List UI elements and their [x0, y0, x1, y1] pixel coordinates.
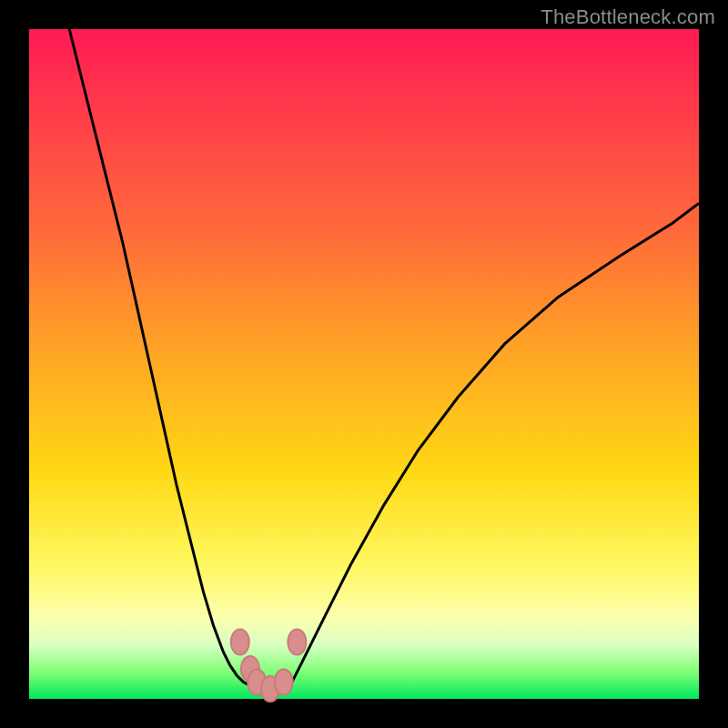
bottleneck-curve — [29, 29, 699, 699]
watermark-text: TheBottleneck.com — [541, 5, 715, 29]
valley-marker — [275, 670, 293, 695]
chart-frame: TheBottleneck.com — [0, 0, 728, 728]
valley-marker — [231, 629, 249, 654]
valley-marker — [288, 629, 306, 654]
plot-area — [29, 29, 699, 699]
curve-path — [69, 29, 699, 695]
valley-markers — [231, 629, 307, 702]
